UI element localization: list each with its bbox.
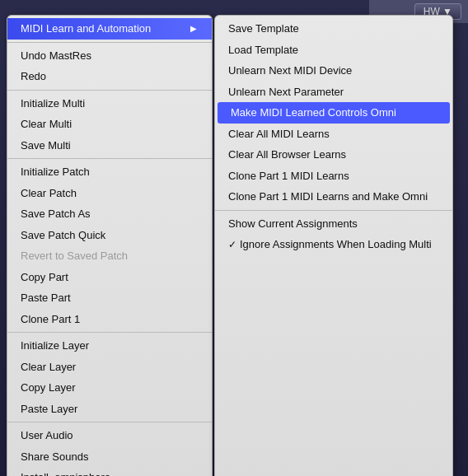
separator-4 — [7, 332, 212, 333]
menu-item-share-sounds[interactable]: Share Sounds — [7, 446, 212, 468]
menu-item-clear-multi[interactable]: Clear Multi — [7, 114, 212, 135]
left-menu: MIDI Learn and Automation ▶ Undo MastRes… — [7, 15, 213, 476]
menu-item-revert-patch: Revert to Saved Patch — [7, 245, 212, 267]
submenu-unlearn-device[interactable]: Unlearn Next MIDI Device — [215, 60, 452, 82]
submenu-load-template[interactable]: Load Template — [215, 40, 452, 61]
submenu-clone-part1-learns[interactable]: Clone Part 1 MIDI Learns — [215, 166, 452, 187]
menu-item-clear-layer[interactable]: Clear Layer — [7, 357, 212, 378]
separator-5 — [7, 422, 212, 422]
menu-item-init-multi[interactable]: Initialize Multi — [7, 93, 212, 114]
menu-item-install-omni[interactable]: Install .omnisphere — [7, 467, 212, 476]
menu-item-undo[interactable]: Undo MastRes — [7, 45, 212, 67]
submenu-make-omni[interactable]: Make MIDI Learned Controls Omni — [218, 102, 450, 124]
submenu-unlearn-param[interactable]: Unlearn Next Parameter — [215, 82, 452, 103]
menu-item-redo[interactable]: Redo — [7, 66, 212, 87]
menu-item-paste-part[interactable]: Paste Part — [7, 287, 212, 309]
submenu-clear-all-learns[interactable]: Clear All MIDI Learns — [215, 124, 452, 145]
menu-item-init-patch[interactable]: Initialize Patch — [7, 161, 212, 183]
menu-item-midi-learn[interactable]: MIDI Learn and Automation ▶ — [7, 18, 212, 40]
separator-3 — [7, 158, 212, 159]
separator-2 — [7, 90, 212, 91]
submenu-save-template[interactable]: Save Template — [215, 18, 452, 40]
right-submenu: Save Template Load Template Unlearn Next… — [214, 15, 453, 476]
menu-item-save-patch-quick[interactable]: Save Patch Quick — [7, 225, 212, 246]
checkmark-icon: ✓ — [228, 237, 236, 252]
menu-item-copy-layer[interactable]: Copy Layer — [7, 377, 212, 399]
menu-item-init-layer[interactable]: Initialize Layer — [7, 335, 212, 357]
separator-1 — [7, 42, 212, 43]
context-menu-container: MIDI Learn and Automation ▶ Undo MastRes… — [7, 15, 453, 476]
menu-item-clear-patch[interactable]: Clear Patch — [7, 183, 212, 204]
submenu-show-assignments[interactable]: Show Current Assignments — [215, 213, 452, 235]
right-separator-1 — [215, 210, 452, 211]
menu-item-copy-part[interactable]: Copy Part — [7, 267, 212, 288]
submenu-clear-browser[interactable]: Clear All Browser Learns — [215, 144, 452, 166]
menu-item-user-audio[interactable]: User Audio — [7, 425, 212, 446]
submenu-arrow: ▶ — [190, 22, 197, 35]
submenu-clone-part1-omni[interactable]: Clone Part 1 MIDI Learns and Make Omni — [215, 186, 452, 208]
menu-item-clone-part1[interactable]: Clone Part 1 — [7, 309, 212, 330]
submenu-ignore-assignments[interactable]: ✓ Ignore Assignments When Loading Multi — [215, 234, 452, 255]
menu-item-save-patch-as[interactable]: Save Patch As — [7, 203, 212, 225]
menu-item-paste-layer[interactable]: Paste Layer — [7, 399, 212, 420]
menu-item-save-multi[interactable]: Save Multi — [7, 135, 212, 156]
midi-learn-label: MIDI Learn and Automation — [21, 21, 151, 37]
